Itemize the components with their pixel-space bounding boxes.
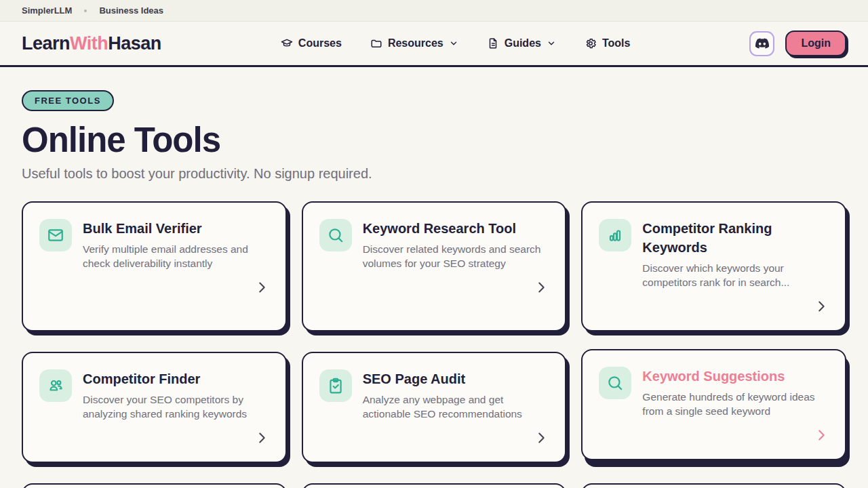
tool-card-mini-image-studio[interactable]: Mini Image Studio	[302, 483, 567, 488]
gear-icon	[585, 37, 597, 49]
page-title: Online Tools	[22, 120, 846, 160]
document-icon	[487, 37, 499, 49]
nav-label: Tools	[602, 37, 630, 49]
login-button[interactable]: Login	[785, 30, 846, 56]
chevron-down-icon	[449, 39, 458, 48]
chevron-right-icon	[814, 299, 829, 314]
header-actions: Login	[749, 30, 846, 56]
site-header: LearnWithHasan Courses Resources Guides	[0, 22, 868, 67]
nav-item-courses[interactable]: Courses	[281, 37, 342, 49]
tool-card-image-converter[interactable]: Image Converter	[581, 483, 846, 488]
free-tools-badge: FREE TOOLS	[22, 90, 114, 111]
card-description: Verify multiple email addresses and chec…	[83, 242, 269, 270]
card-description: Discover related keywords and search vol…	[363, 242, 549, 270]
topbar-link-business-ideas[interactable]: Business Ideas	[99, 5, 163, 16]
logo-part-hasan: Hasan	[108, 33, 161, 54]
logo-part-learn: Learn	[22, 33, 70, 54]
graduation-cap-icon	[281, 37, 293, 49]
main-content: FREE TOOLS Online Tools Useful tools to …	[0, 67, 868, 488]
search-icon	[599, 367, 631, 399]
card-description: Generate hundreds of keyword ideas from …	[642, 390, 829, 418]
tool-card-competitor-finder[interactable]: Competitor Finder Discover your SEO comp…	[22, 352, 287, 463]
nav-item-resources[interactable]: Resources	[370, 37, 458, 49]
tool-card-keyword-research-tool[interactable]: Keyword Research Tool Discover related k…	[302, 201, 567, 331]
chevron-right-icon	[814, 428, 829, 443]
card-description: Discover which keywords your competitors…	[642, 261, 829, 289]
discord-icon	[755, 37, 769, 50]
chevron-right-icon	[254, 280, 269, 295]
mail-icon	[39, 219, 72, 251]
card-title: Keyword Research Tool	[363, 219, 549, 238]
site-logo[interactable]: LearnWithHasan	[22, 33, 161, 54]
tool-card-bulk-email-verifier[interactable]: Bulk Email Verifier Verify multiple emai…	[22, 201, 287, 331]
chevron-right-icon	[254, 430, 269, 445]
logo-part-with: With	[70, 33, 108, 54]
folder-icon	[370, 37, 382, 49]
clipboard-check-icon	[319, 369, 352, 402]
tool-card-keyword-suggestions[interactable]: Keyword Suggestions Generate hundreds of…	[581, 349, 846, 460]
card-title: Competitor Finder	[83, 369, 269, 388]
nav-label: Resources	[388, 37, 443, 49]
tool-card-competitor-ranking-keywords[interactable]: Competitor Ranking Keywords Discover whi…	[581, 201, 846, 331]
chevron-right-icon	[534, 430, 549, 445]
card-title: SEO Page Audit	[363, 369, 549, 388]
page-subtitle: Useful tools to boost your productivity.…	[22, 166, 846, 182]
nav-item-tools[interactable]: Tools	[585, 37, 630, 49]
card-description: Discover your SEO competitors by analyzi…	[83, 392, 269, 421]
search-icon	[319, 219, 352, 251]
tool-card-bulk-keyword-metrics[interactable]: Bulk Keyword Metrics	[22, 483, 287, 488]
topbar-link-simplerllm[interactable]: SimplerLLM	[22, 5, 72, 16]
tool-card-seo-page-audit[interactable]: SEO Page Audit Analyze any webpage and g…	[302, 352, 567, 463]
card-title: Keyword Suggestions	[642, 367, 829, 386]
main-nav: Courses Resources Guides Tools	[161, 37, 750, 49]
nav-label: Courses	[298, 37, 342, 49]
card-title: Competitor Ranking Keywords	[642, 219, 829, 257]
top-bar: SimplerLLM Business Ideas	[0, 0, 868, 22]
tools-grid: Bulk Email Verifier Verify multiple emai…	[22, 201, 846, 488]
chevron-down-icon	[547, 39, 556, 48]
chevron-right-icon	[534, 280, 549, 295]
dot-separator	[84, 9, 87, 12]
discord-button[interactable]	[749, 31, 774, 56]
nav-label: Guides	[505, 37, 541, 49]
users-icon	[39, 369, 72, 402]
nav-item-guides[interactable]: Guides	[487, 37, 556, 49]
card-title: Bulk Email Verifier	[83, 219, 269, 238]
card-description: Analyze any webpage and get actionable S…	[363, 392, 549, 421]
bar-chart-icon	[599, 219, 631, 251]
